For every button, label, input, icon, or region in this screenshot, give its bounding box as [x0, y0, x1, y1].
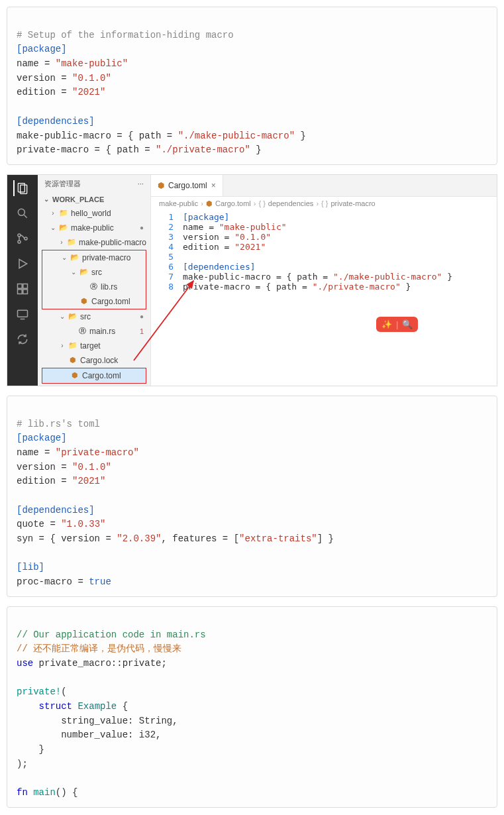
folder-target[interactable]: ›📁target — [40, 339, 148, 353]
folder-private-macro[interactable]: ⌄📂private-macro — [42, 250, 146, 265]
explorer-panel: 资源管理器 ··· ⌄WORK_PLACE ›📁hello_world ⌄📂ma… — [38, 175, 151, 386]
file-cargo-toml-2[interactable]: ⬢Cargo.toml — [42, 368, 146, 383]
activity-bar — [7, 175, 38, 386]
svg-rect-12 — [18, 310, 28, 317]
comment-line: // 还不能正常编译，是伪代码，慢慢来 — [17, 643, 181, 654]
svg-rect-10 — [18, 290, 23, 294]
svg-rect-11 — [23, 290, 28, 294]
toml-icon: ⬢ — [158, 181, 164, 190]
close-icon[interactable]: × — [211, 181, 216, 190]
workspace-root[interactable]: ⌄WORK_PLACE — [40, 193, 148, 206]
folder-hello-world[interactable]: ›📁hello_world — [40, 206, 148, 221]
code-block-lib-toml: # lib.rs's toml [package] name = "privat… — [7, 396, 497, 597]
file-tree: ⌄WORK_PLACE ›📁hello_world ⌄📂make-public●… — [38, 193, 150, 386]
toml-icon: ⬢ — [206, 199, 213, 208]
editor-area: ⬢ Cargo.toml × make-public› ⬢Cargo.toml›… — [151, 175, 497, 386]
run-debug-icon[interactable] — [15, 256, 30, 272]
comment-line: // Our application code in main.rs — [17, 629, 206, 640]
toml-section: [package] — [17, 44, 67, 54]
code-block-main-rs: // Our application code in main.rs // 还不… — [7, 606, 497, 808]
comment-line: # lib.rs's toml — [17, 419, 100, 429]
svg-point-5 — [18, 241, 21, 243]
explorer-icon[interactable] — [13, 180, 30, 196]
svg-rect-8 — [18, 284, 23, 288]
magnify-icon: 🔍 — [402, 319, 413, 329]
braces-icon: { } — [321, 199, 328, 207]
file-cargo-lock[interactable]: ⬢Cargo.lock — [40, 353, 148, 368]
explorer-title: 资源管理器 — [44, 179, 81, 189]
file-lib-rs[interactable]: Ⓡlib.rs — [42, 280, 146, 294]
comment-line: # Setup of the information-hiding macro — [17, 30, 234, 40]
braces-icon: { } — [258, 199, 265, 207]
more-icon[interactable]: ··· — [138, 180, 144, 188]
remote-icon[interactable] — [15, 306, 30, 322]
tab-bar: ⬢ Cargo.toml × — [151, 175, 497, 197]
breadcrumb[interactable]: make-public› ⬢Cargo.toml› { }dependencie… — [151, 197, 497, 211]
svg-point-4 — [18, 234, 21, 237]
svg-line-3 — [25, 215, 27, 217]
refresh-icon[interactable] — [15, 331, 30, 347]
highlight-box-private-macro: ⌄📂private-macro ⌄📂src Ⓡlib.rs ⬢Cargo.tom… — [42, 250, 146, 309]
folder-src-1[interactable]: ⌄📂src — [42, 265, 146, 280]
vscode-screenshot: 资源管理器 ··· ⌄WORK_PLACE ›📁hello_world ⌄📂ma… — [7, 174, 497, 386]
folder-make-public[interactable]: ⌄📂make-public● — [40, 221, 148, 235]
search-icon[interactable] — [15, 205, 30, 221]
folder-src-2[interactable]: ⌄📂src● — [40, 309, 148, 324]
file-main-rs[interactable]: Ⓡmain.rs1 — [40, 324, 148, 339]
svg-marker-7 — [19, 259, 27, 268]
svg-point-2 — [18, 209, 25, 215]
tab-cargo-toml[interactable]: ⬢ Cargo.toml × — [151, 175, 223, 196]
toml-section: [dependencies] — [17, 116, 95, 127]
wand-icon: ✨ — [381, 319, 392, 329]
code-editor[interactable]: 1[package] 2name = "make-public" 3versio… — [151, 211, 497, 293]
svg-rect-9 — [23, 284, 28, 288]
folder-make-public-macro[interactable]: ›📁make-public-macro — [40, 235, 148, 250]
file-cargo-toml-1[interactable]: ⬢Cargo.toml — [42, 294, 146, 309]
extensions-icon[interactable] — [15, 281, 30, 297]
annotation-badge: ✨|🔍 — [376, 317, 418, 332]
highlight-box-cargo-toml: ⬢Cargo.toml — [42, 368, 146, 384]
tab-label: Cargo.toml — [168, 181, 207, 190]
code-block-cargo-toml-main: # Setup of the information-hiding macro … — [7, 7, 497, 165]
source-control-icon[interactable] — [15, 231, 30, 246]
svg-point-6 — [25, 237, 27, 240]
